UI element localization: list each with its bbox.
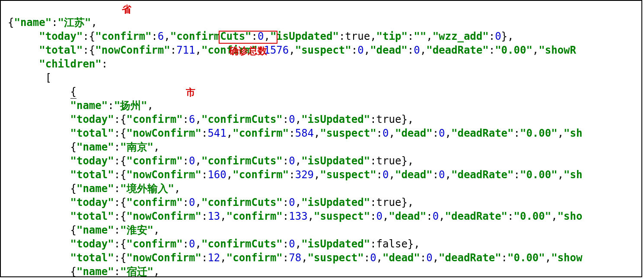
key-total: "total" — [39, 44, 83, 56]
key-children: "children" — [39, 58, 102, 70]
annotation-province: 省 — [122, 3, 131, 16]
annotation-confirm-total: 确诊总数 — [229, 44, 267, 58]
code-frame: {"name":"江苏", "today":{"confirm":6,"conf… — [0, 0, 642, 277]
highlight-box-confirm — [219, 31, 277, 44]
key-name: "name" — [14, 16, 51, 29]
open-brace-cursor: { — [70, 85, 77, 99]
json-code-block: {"name":"江苏", "today":{"confirm":6,"conf… — [1, 2, 582, 277]
annotation-city: 市 — [186, 86, 195, 99]
val-name: "江苏" — [58, 16, 91, 29]
key-today: "today" — [39, 30, 83, 42]
